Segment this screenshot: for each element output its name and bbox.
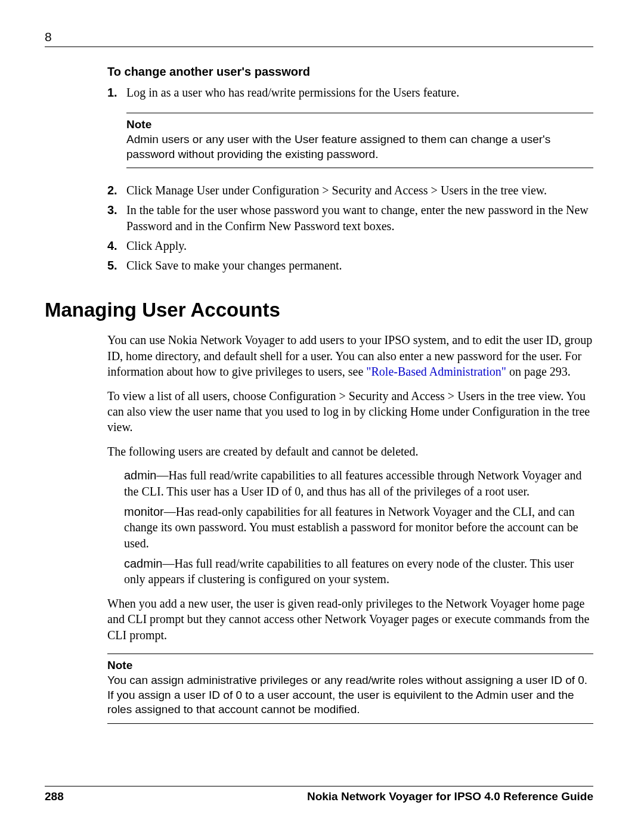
step-item: 3. In the table for the user whose passw… [107, 202, 593, 234]
cross-reference-link[interactable]: "Role-Based Administration" [366, 365, 506, 378]
section-content: You can use Nokia Network Voyager to add… [107, 332, 593, 724]
note-box: Note You can assign administrative privi… [107, 654, 593, 724]
note-label: Note [107, 659, 593, 672]
note-label: Note [126, 118, 593, 131]
page-number: 288 [45, 790, 64, 803]
step-item: 5. Click Save to make your changes perma… [107, 258, 593, 274]
definition-desc: —Has full read/write capabilities to all… [124, 469, 581, 497]
procedure-steps-continued: 2. Click Manage User under Configuration… [107, 182, 593, 274]
paragraph: The following users are created by defau… [107, 444, 593, 459]
step-item: 4. Click Apply. [107, 238, 593, 254]
definition-desc: —Has read-only capabilities for all feat… [124, 505, 578, 550]
note-body: Admin users or any user with the User fe… [126, 132, 593, 162]
definition-item: cadmin—Has full read/write capabilities … [124, 556, 593, 587]
definition-term: monitor [124, 505, 164, 518]
step-text: Click Save to make your changes permanen… [126, 258, 593, 274]
definition-item: monitor—Has read-only capabilities for a… [124, 504, 593, 551]
step-text: Click Apply. [126, 238, 593, 254]
step-number: 3. [107, 202, 126, 234]
paragraph-text: on page 293. [506, 365, 571, 378]
step-number: 2. [107, 182, 126, 199]
page-header: 8 [45, 30, 593, 47]
paragraph: When you add a new user, the user is giv… [107, 596, 593, 643]
step-text: Click Manage User under Configuration > … [126, 182, 593, 199]
chapter-number: 8 [45, 30, 52, 44]
procedure-steps: 1. Log in as a user who has read/write p… [107, 85, 593, 101]
definition-desc: —Has full read/write capabilities to all… [124, 557, 574, 586]
step-number: 1. [107, 85, 126, 101]
step-text: Log in as a user who has read/write perm… [126, 85, 593, 101]
definition-item: admin—Has full read/write capabilities t… [124, 467, 593, 499]
step-text: In the table for the user whose password… [126, 202, 593, 234]
definition-term: admin [124, 469, 156, 482]
step-item: 1. Log in as a user who has read/write p… [107, 85, 593, 101]
document-page: 8 To change another user's password 1. L… [0, 0, 644, 833]
note-body: You can assign administrative privileges… [107, 673, 593, 717]
paragraph: To view a list of all users, choose Conf… [107, 388, 593, 435]
section-heading: Managing User Accounts [45, 299, 593, 321]
page-footer: 288 Nokia Network Voyager for IPSO 4.0 R… [45, 786, 593, 803]
paragraph: You can use Nokia Network Voyager to add… [107, 332, 593, 379]
procedure-heading: To change another user's password [107, 65, 593, 79]
step-item: 2. Click Manage User under Configuration… [107, 182, 593, 199]
step-number: 5. [107, 258, 126, 274]
note-box: Note Admin users or any user with the Us… [126, 113, 593, 168]
definition-list: admin—Has full read/write capabilities t… [124, 467, 593, 587]
content-block: To change another user's password 1. Log… [107, 65, 593, 274]
definition-term: cadmin [124, 557, 162, 570]
step-number: 4. [107, 238, 126, 254]
document-title: Nokia Network Voyager for IPSO 4.0 Refer… [307, 790, 593, 803]
